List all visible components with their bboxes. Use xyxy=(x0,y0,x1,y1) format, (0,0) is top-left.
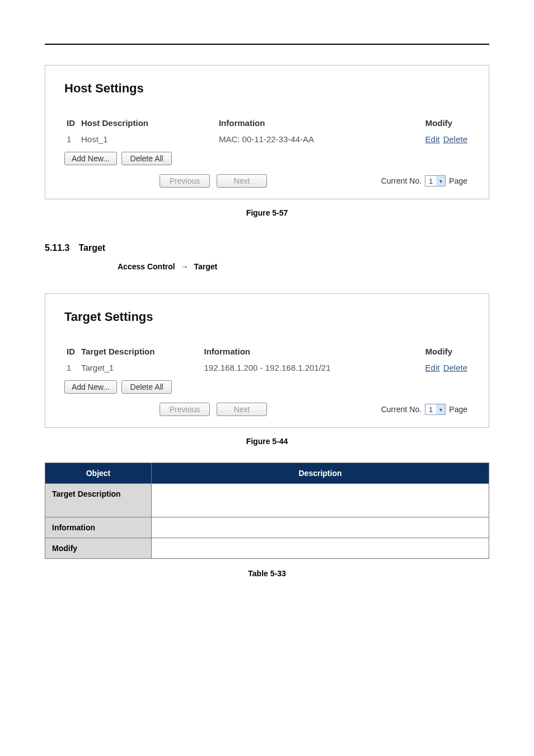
table-row: Information xyxy=(45,517,489,538)
row-desc: Target_1 xyxy=(79,360,202,376)
delete-all-button[interactable]: Delete All xyxy=(121,152,172,165)
table-row: 1 Target_1 192.168.1.200 - 192.168.1.201… xyxy=(64,360,470,376)
next-button[interactable]: Next xyxy=(217,403,267,416)
arrow-right-icon: → xyxy=(181,262,189,271)
previous-button[interactable]: Previous xyxy=(160,403,210,416)
page-label: Page xyxy=(449,176,467,185)
path-part-b: Target xyxy=(194,262,217,271)
host-table: ID Host Description Information Modify 1… xyxy=(64,115,470,147)
description-cell xyxy=(152,517,489,538)
target-table: ID Target Description Information Modify… xyxy=(64,343,470,376)
col-modify-header: Modify xyxy=(408,343,470,360)
add-new-button[interactable]: Add New... xyxy=(64,152,117,165)
row-info: 192.168.1.200 - 192.168.1.201/21 xyxy=(202,360,409,376)
chevron-down-icon: ▾ xyxy=(436,404,445,414)
row-modify-cell: Edit Delete xyxy=(408,131,470,147)
current-no-label: Current No. xyxy=(381,405,421,414)
edit-link[interactable]: Edit xyxy=(425,134,440,144)
table-row: Target Description xyxy=(45,484,489,517)
next-button[interactable]: Next xyxy=(217,174,267,188)
object-cell: Information xyxy=(45,517,152,538)
top-divider xyxy=(45,44,489,45)
target-panel-title: Target Settings xyxy=(64,310,470,324)
delete-all-button[interactable]: Delete All xyxy=(121,380,172,394)
description-table: Object Description Target Description In… xyxy=(45,463,489,559)
current-no-select[interactable]: 1 ▾ xyxy=(425,175,446,186)
row-desc: Host_1 xyxy=(79,131,217,147)
row-info: MAC: 00-11-22-33-44-AA xyxy=(217,131,408,147)
table-row: 1 Host_1 MAC: 00-11-22-33-44-AA Edit Del… xyxy=(64,131,470,147)
delete-link[interactable]: Delete xyxy=(443,363,467,372)
target-settings-panel: Target Settings ID Target Description In… xyxy=(45,293,489,428)
col-id-header: ID xyxy=(64,343,79,360)
row-id: 1 xyxy=(64,360,79,376)
current-no-value: 1 xyxy=(425,177,436,185)
previous-button[interactable]: Previous xyxy=(160,174,210,188)
col-modify-header: Modify xyxy=(408,115,470,131)
description-cell xyxy=(152,538,489,559)
current-no-select[interactable]: 1 ▾ xyxy=(425,404,446,415)
col-desc-header: Target Description xyxy=(79,343,202,360)
host-settings-panel: Host Settings ID Host Description Inform… xyxy=(45,65,489,199)
delete-link[interactable]: Delete xyxy=(443,134,467,144)
edit-link[interactable]: Edit xyxy=(425,363,440,372)
target-button-row: Add New... Delete All xyxy=(64,380,470,394)
host-pager: Previous Next Current No. 1 ▾ Page xyxy=(64,174,470,188)
table-row: Modify xyxy=(45,538,489,559)
row-modify-cell: Edit Delete xyxy=(408,360,470,376)
figure-caption-2: Figure 5-44 xyxy=(45,437,489,446)
col-info-header: Information xyxy=(202,343,409,360)
col-id-header: ID xyxy=(64,115,79,131)
host-panel-title: Host Settings xyxy=(64,81,470,96)
add-new-button[interactable]: Add New... xyxy=(64,380,117,394)
section-number: 5.11.3 xyxy=(45,243,76,253)
row-id: 1 xyxy=(64,131,79,147)
section-title: Target xyxy=(78,243,105,253)
target-pager: Previous Next Current No. 1 ▾ Page xyxy=(64,403,470,416)
chevron-down-icon: ▾ xyxy=(436,176,445,186)
current-no-label: Current No. xyxy=(381,176,421,185)
nav-path: Access Control → Target xyxy=(118,262,489,271)
object-cell: Modify xyxy=(45,538,152,559)
col-info-header: Information xyxy=(217,115,408,131)
col-desc-header: Host Description xyxy=(79,115,217,131)
description-cell xyxy=(152,484,489,517)
section-heading: 5.11.3 Target xyxy=(45,243,489,253)
figure-caption-1: Figure 5-57 xyxy=(45,208,489,217)
object-cell: Target Description xyxy=(45,484,152,517)
page-label: Page xyxy=(449,405,467,414)
host-button-row: Add New... Delete All xyxy=(64,152,470,165)
current-no-value: 1 xyxy=(425,405,436,414)
description-header: Description xyxy=(152,463,489,484)
object-header: Object xyxy=(45,463,152,484)
table-caption: Table 5-33 xyxy=(45,569,489,578)
path-part-a: Access Control xyxy=(118,262,175,271)
